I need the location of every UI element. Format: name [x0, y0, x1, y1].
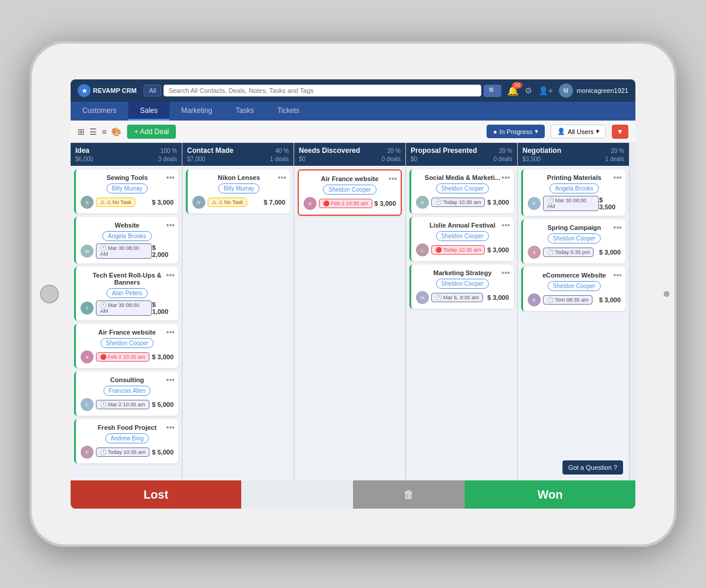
nav-tasks[interactable]: Tasks — [224, 102, 266, 121]
card-more-btn[interactable]: ••• — [166, 173, 175, 182]
col-header-contact-made: Contact Made 40 % $7,000 1 deals — [182, 143, 294, 166]
home-button[interactable] — [40, 285, 59, 303]
notification-bell[interactable]: 🔔 20 — [507, 85, 519, 96]
assignee-pill[interactable]: Francois Allen — [104, 386, 151, 396]
deal-card[interactable]: ••• Printing Materials Angela Brooks P 🕐… — [521, 169, 625, 216]
notification-count: 20 — [512, 82, 522, 89]
deal-card[interactable]: ••• Sewing Tools Billy Murray S ⚠ ⚠ No T… — [74, 169, 178, 213]
card-more-btn[interactable]: ••• — [613, 223, 622, 232]
assignee-pill[interactable]: Angela Brooks — [102, 231, 151, 241]
deal-card[interactable]: ••• Air France website Sheldon Cooper A … — [74, 324, 178, 368]
card-title: Social Media & Marketi... — [416, 174, 509, 181]
col-cards-proposal-presented: ••• Social Media & Marketi... Sheldon Co… — [406, 166, 517, 480]
settings-icon[interactable]: ⚙ — [525, 86, 532, 95]
deal-card[interactable]: ••• Consulting Francois Allen C 🕐 Mar 2 … — [74, 372, 178, 416]
card-title: Website — [81, 222, 174, 229]
column-negotiation: Negotiation 20 % $3,500 1 deals ••• Prin… — [518, 143, 630, 480]
card-more-btn[interactable]: ••• — [501, 220, 510, 230]
assignee-pill[interactable]: Sheldon Cooper — [548, 233, 601, 243]
search-dropdown[interactable]: All — [144, 85, 161, 96]
add-deal-button[interactable]: + Add Deal — [127, 125, 176, 139]
users-filter-label: All Users — [568, 128, 594, 135]
deal-card[interactable]: ••• Air France website Sheldon Cooper A … — [298, 169, 402, 216]
deal-card[interactable]: ••• eCommerce Website Sheldon Cooper E 🕐… — [521, 267, 625, 311]
user-info[interactable]: M monicagreen1921 — [559, 83, 628, 98]
col-deals-idea: 3 deals — [158, 156, 177, 162]
lost-zone[interactable]: Lost — [71, 480, 241, 509]
assignee-pill[interactable]: Sheldon Cooper — [548, 281, 601, 291]
card-more-btn[interactable]: ••• — [166, 220, 175, 230]
col-amount-negotiation: $3,500 — [522, 156, 541, 162]
card-footer: A 🔴 Feb 2 10:35 am $ 3,000 — [81, 350, 174, 363]
avatar-row: E 🕐 Tom 08:35 am — [528, 293, 592, 306]
col-title-contact-made: Contact Made — [187, 146, 234, 155]
chart-view-icon[interactable]: 🎨 — [111, 127, 121, 136]
won-zone[interactable]: Won — [465, 480, 635, 509]
deal-card[interactable]: ••• Marketing Strategy Sheldon Cooper M … — [409, 265, 514, 309]
assignee-pill[interactable]: Sheldon Cooper — [436, 183, 489, 193]
nav-marketing[interactable]: Marketing — [169, 102, 224, 121]
card-more-btn[interactable]: ••• — [166, 328, 175, 337]
filter-button[interactable]: ▼ — [612, 125, 628, 139]
assignee-pill[interactable]: Billy Murray — [218, 183, 259, 193]
deal-card[interactable]: ••• Social Media & Marketi... Sheldon Co… — [409, 169, 514, 213]
status-filter[interactable]: ● In Progress ▾ — [487, 125, 545, 138]
got-question-button[interactable]: Got a Question ? — [562, 460, 623, 475]
card-more-btn[interactable]: ••• — [278, 173, 287, 182]
assignee-pill[interactable]: Andrew Bing — [105, 433, 149, 443]
deal-amount: $ 3,000 — [599, 296, 621, 303]
camera — [664, 291, 670, 297]
avatar: W — [81, 245, 94, 258]
deal-amount: $ 3,000 — [487, 246, 509, 253]
search-input[interactable] — [164, 85, 481, 96]
assignee-pill[interactable]: Sheldon Cooper — [436, 231, 489, 241]
table-view-icon[interactable]: ≡ — [102, 127, 106, 136]
nav-sales[interactable]: Sales — [128, 102, 169, 121]
card-title: eCommerce Website — [528, 272, 621, 279]
deal-card[interactable]: ••• Website Angela Brooks W 🕐 Mar 30 08:… — [74, 217, 178, 263]
users-filter[interactable]: 👤 All Users ▾ — [551, 125, 606, 138]
logo: ★ REVAMP CRM — [78, 84, 136, 97]
assignee-pill[interactable]: Angela Brooks — [550, 183, 598, 193]
assignee-pill[interactable]: Sheldon Cooper — [436, 279, 489, 289]
deal-card[interactable]: ••• Fresh Food Project Andrew Bing F 🕐 T… — [74, 419, 178, 463]
card-title: Air France website — [304, 175, 396, 182]
card-more-btn[interactable]: ••• — [166, 270, 175, 280]
assignee-pill[interactable]: Billy Murray — [106, 183, 148, 193]
assignee-pill[interactable]: Alan Peters — [106, 288, 148, 298]
nav-customers[interactable]: Customers — [71, 102, 128, 121]
card-assignee: Billy Murray — [81, 183, 174, 193]
card-assignee: Sheldon Cooper — [416, 279, 509, 289]
avatar: L — [416, 243, 429, 256]
avatar-row: S ⚠ ⚠ No Task — [81, 196, 135, 209]
kanban-board: Idea 100 % $6,000 3 deals ••• Sewing Too… — [71, 143, 635, 480]
assignee-pill[interactable]: Sheldon Cooper — [101, 338, 154, 348]
deal-amount: $ 3,500 — [599, 196, 621, 211]
task-badge: 🕐 Mar 30 08:00 AM — [96, 300, 152, 316]
card-more-btn[interactable]: ••• — [388, 174, 397, 183]
nav-tickets[interactable]: Tickets — [265, 102, 311, 121]
col-cards-idea: ••• Sewing Tools Billy Murray S ⚠ ⚠ No T… — [71, 166, 182, 480]
card-more-btn[interactable]: ••• — [166, 375, 175, 385]
deal-card[interactable]: ••• Tech Event Roll-Ups & Banners Alan P… — [74, 267, 178, 320]
card-more-btn[interactable]: ••• — [613, 173, 622, 182]
card-more-btn[interactable]: ••• — [166, 423, 175, 432]
deal-card[interactable]: ••• Lislie Annual Festival Sheldon Coope… — [409, 217, 514, 261]
deal-card[interactable]: ••• Nikon Lenses Billy Murray N ⚠ ⚠ No T… — [186, 169, 290, 213]
card-more-btn[interactable]: ••• — [501, 173, 510, 182]
search-button[interactable]: 🔍 — [484, 85, 501, 97]
list-view-icon[interactable]: ☰ — [89, 127, 97, 136]
add-user-icon[interactable]: 👤+ — [538, 86, 553, 95]
assignee-pill[interactable]: Sheldon Cooper — [323, 185, 376, 195]
kanban-view-icon[interactable]: ⊞ — [78, 127, 85, 136]
sub-nav: Customers Sales Marketing Tasks Tickets — [71, 102, 635, 121]
task-badge: 🔴 Feb 2 10:35 am — [319, 199, 372, 208]
deal-card[interactable]: ••• Spring Campaign Sheldon Cooper S 🕐 T… — [521, 219, 625, 263]
avatar: A — [81, 350, 94, 363]
top-nav: ★ REVAMP CRM All 🔍 🔔 20 ⚙ 👤+ M monicagre… — [71, 79, 635, 102]
avatar: A — [304, 197, 317, 210]
card-more-btn[interactable]: ••• — [501, 268, 510, 278]
trash-zone[interactable]: 🗑 — [353, 480, 465, 509]
avatar: S — [528, 246, 541, 259]
card-more-btn[interactable]: ••• — [613, 270, 622, 280]
